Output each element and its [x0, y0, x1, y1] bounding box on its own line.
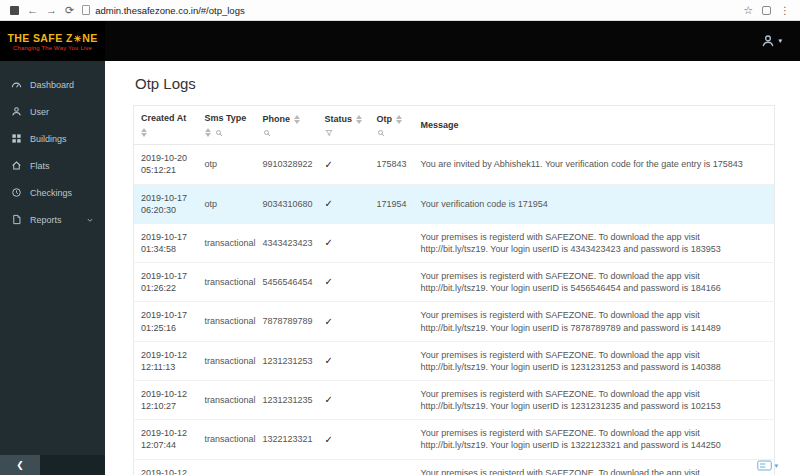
url-text: admin.thesafezone.co.in/#/otp_logs — [95, 5, 244, 16]
cell-phone: 9910328922 — [256, 145, 318, 184]
cell-phone: 5456546454 — [256, 263, 318, 302]
search-icon[interactable] — [215, 129, 223, 137]
cell-status: ✓ — [318, 459, 370, 475]
cell-created-at: 2019-10-12 12:11:13 — [134, 341, 198, 380]
browser-menu-icon[interactable]: ⋮ — [780, 5, 790, 16]
cell-otp — [370, 459, 414, 475]
cell-sms-type: transactional — [198, 380, 256, 419]
sidebar-item-flats[interactable]: Flats — [0, 152, 105, 179]
cell-sms-type: transactional — [198, 223, 256, 262]
cell-phone: 9034310680 — [256, 184, 318, 223]
sidebar-item-user[interactable]: User — [0, 98, 105, 125]
user-avatar-icon — [761, 34, 775, 48]
cell-sms-type: transactional — [198, 263, 256, 302]
sidebar-item-label: User — [30, 107, 49, 117]
browser-profile-icon[interactable] — [762, 6, 771, 15]
reports-icon — [11, 214, 22, 225]
cell-message: Your premises is registerd with SAFEZONE… — [414, 459, 775, 475]
checkings-icon — [11, 187, 22, 198]
cell-otp — [370, 420, 414, 459]
cell-message: Your premises is registerd with SAFEZONE… — [414, 380, 775, 419]
table-row[interactable]: 2019-10-12 12:07:44 transactional 132212… — [134, 420, 775, 459]
search-icon[interactable] — [263, 129, 271, 137]
sort-icon[interactable] — [294, 115, 300, 124]
main-content: Otp Logs Created AtSms TypePhoneStatusOt… — [105, 61, 800, 475]
cell-sms-type: transactional — [198, 420, 256, 459]
cell-phone: 1231231253 — [256, 341, 318, 380]
sidebar-item-buildings[interactable]: Buildings — [0, 125, 105, 152]
cell-status: ✓ — [318, 341, 370, 380]
cell-phone: 7878789789 — [256, 302, 318, 341]
address-bar[interactable]: admin.thesafezone.co.in/#/otp_logs — [82, 5, 735, 16]
sidebar-item-reports[interactable]: Reports — [0, 206, 105, 233]
flats-icon — [11, 160, 22, 171]
column-header-created-at[interactable]: Created At — [134, 106, 198, 145]
table-row[interactable]: 2019-10-17 06:20:30 otp 9034310680 ✓ 171… — [134, 184, 775, 223]
cell-phone: 4343423423 — [256, 223, 318, 262]
sidebar-item-label: Dashboard — [30, 80, 74, 90]
column-label: Status — [325, 114, 353, 125]
cell-phone: 1231231235 — [256, 380, 318, 419]
column-label: Otp — [377, 114, 393, 125]
table-row[interactable]: 2019-10-12 12:11:13 transactional 123123… — [134, 341, 775, 380]
back-icon[interactable]: ← — [27, 5, 38, 16]
sort-icon[interactable] — [141, 128, 147, 137]
otp-table: Created AtSms TypePhoneStatusOtpMessage … — [133, 105, 775, 475]
table-row[interactable]: 2019-10-12 12:00:56 transactional 123123… — [134, 459, 775, 475]
sun-icon: ☀ — [73, 34, 81, 44]
sort-icon[interactable] — [396, 115, 402, 124]
table-row[interactable]: 2019-10-20 05:12:21 otp 9910328922 ✓ 175… — [134, 145, 775, 184]
column-header-message[interactable]: Message — [414, 106, 775, 145]
page-icon — [82, 5, 90, 15]
sort-icon[interactable] — [356, 115, 362, 124]
user-menu[interactable]: ▾ — [761, 34, 800, 48]
cell-otp — [370, 380, 414, 419]
search-icon[interactable] — [377, 129, 385, 137]
cell-message: Your premises is registerd with SAFEZONE… — [414, 302, 775, 341]
sidebar-collapse-button[interactable]: ❮ — [0, 455, 40, 475]
table-row[interactable]: 2019-10-17 01:34:58 transactional 434342… — [134, 223, 775, 262]
cell-message: Your premises is registerd with SAFEZONE… — [414, 420, 775, 459]
refresh-icon[interactable]: ⟳ — [65, 5, 74, 16]
column-label: Created At — [141, 113, 186, 124]
sort-icon[interactable] — [205, 128, 211, 137]
cell-status: ✓ — [318, 302, 370, 341]
forward-icon[interactable]: → — [46, 5, 57, 16]
cell-message: Your premises is registerd with SAFEZONE… — [414, 223, 775, 262]
cell-status: ✓ — [318, 145, 370, 184]
buildings-icon — [11, 133, 22, 144]
cell-otp: 171954 — [370, 184, 414, 223]
page-size-icon — [757, 460, 772, 471]
cell-created-at: 2019-10-12 12:07:44 — [134, 420, 198, 459]
cell-created-at: 2019-10-20 05:12:21 — [134, 145, 198, 184]
cell-otp — [370, 302, 414, 341]
user-icon — [11, 106, 22, 117]
sidebar-item-checkings[interactable]: Checkings — [0, 179, 105, 206]
cell-otp — [370, 223, 414, 262]
column-label: Sms Type — [205, 113, 247, 124]
cell-phone: 1231231232 — [256, 459, 318, 475]
column-header-otp[interactable]: Otp — [370, 106, 414, 145]
cell-status: ✓ — [318, 380, 370, 419]
cell-sms-type: transactional — [198, 459, 256, 475]
cell-message: Your premises is registerd with SAFEZONE… — [414, 341, 775, 380]
cell-message: Your premises is registerd with SAFEZONE… — [414, 263, 775, 302]
browser-app-icon — [10, 6, 19, 15]
table-row[interactable]: 2019-10-17 01:25:16 transactional 787878… — [134, 302, 775, 341]
bookmark-star-icon[interactable]: ☆ — [743, 4, 753, 17]
sidebar-item-dashboard[interactable]: Dashboard — [0, 71, 105, 98]
table-header-row: Created AtSms TypePhoneStatusOtpMessage — [134, 106, 775, 145]
cell-sms-type: otp — [198, 145, 256, 184]
table-row[interactable]: 2019-10-17 01:26:22 transactional 545654… — [134, 263, 775, 302]
column-header-sms-type[interactable]: Sms Type — [198, 106, 256, 145]
column-header-status[interactable]: Status — [318, 106, 370, 145]
table-row[interactable]: 2019-10-12 12:10:27 transactional 123123… — [134, 380, 775, 419]
cell-status: ✓ — [318, 263, 370, 302]
brand-logo[interactable]: THE SAFE Z☀NE Changing The Way You Live — [0, 21, 105, 61]
filter-icon[interactable] — [325, 129, 333, 137]
brand-title: THE SAFE Z☀NE — [7, 32, 97, 44]
column-label: Phone — [263, 114, 291, 125]
cell-otp — [370, 263, 414, 302]
column-header-phone[interactable]: Phone — [256, 106, 318, 145]
pagination-control[interactable]: ▾ — [757, 460, 778, 471]
